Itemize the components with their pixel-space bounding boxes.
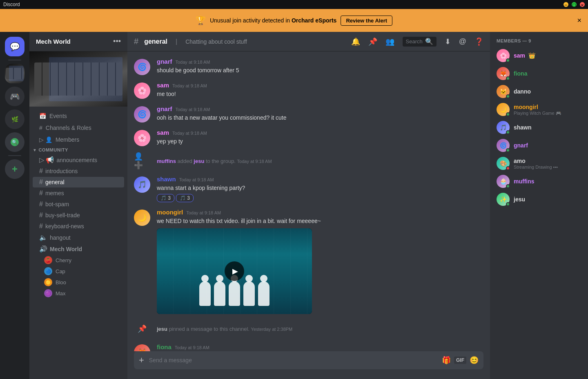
member-amo[interactable]: 🎨 amo Streaming Drawing •••	[493, 154, 585, 172]
download-icon[interactable]: ⬇	[445, 37, 451, 46]
search-box[interactable]: Search 🔍	[403, 37, 437, 47]
msg-text-gnarf-2: ooh is that a new avatar you commissione…	[157, 114, 483, 122]
msg-timestamp-gnarf-1: Today at 9:18 AM	[176, 60, 210, 65]
reaction-2[interactable]: 🎵 3	[176, 194, 194, 202]
gift-icon[interactable]: 🎁	[442, 356, 451, 365]
play-button[interactable]	[225, 261, 244, 281]
channel-name-introductions: introductions	[45, 168, 121, 174]
search-icon: 🔍	[425, 38, 433, 45]
emoji-icon[interactable]: 😊	[470, 356, 479, 365]
add-server-button[interactable]: +	[5, 159, 24, 179]
person-4	[243, 281, 255, 306]
subchannel-bloo[interactable]: 🟡 Bloo	[33, 277, 124, 288]
channel-general[interactable]: # general	[33, 177, 124, 187]
subchannel-cherry[interactable]: 🍒 Cherry	[33, 255, 124, 265]
category-arrow: ▼	[33, 148, 37, 152]
member-fiona[interactable]: 🦊 fiona	[493, 65, 585, 82]
msg-text-gnarf-1: should be good tomorrow after 5	[157, 67, 483, 75]
reaction-1[interactable]: 🎵 3	[157, 194, 174, 202]
general-icon: #	[39, 178, 43, 186]
channel-hangout[interactable]: 🔈 hangout	[33, 232, 124, 243]
fiona-avatar: 🦊	[134, 344, 150, 351]
jesu-pin-mention[interactable]: jesu	[157, 326, 167, 332]
server-icon-s1[interactable]: 🎮	[5, 87, 24, 106]
server-header[interactable]: Mech World •••	[29, 32, 127, 51]
member-shawn[interactable]: 🎵 shawn	[493, 118, 585, 136]
mech-world-category[interactable]: 🔊 Mech World	[33, 243, 124, 254]
search-placeholder: Search	[406, 38, 423, 45]
channel-memes[interactable]: # memes	[33, 188, 124, 198]
channel-name-bot-spam: bot-spam	[45, 201, 121, 207]
jesu-member-info: jesu	[514, 196, 581, 203]
msg-author-gnarf-2[interactable]: gnarf	[157, 105, 172, 112]
channel-keyboard-news[interactable]: # keyboard-news	[33, 221, 124, 232]
alert-banner: 🏆 Unusual join activity detected in Orch…	[0, 9, 588, 32]
msg-author-fiona[interactable]: fiona	[157, 343, 172, 350]
events-item[interactable]: 📅 Events	[33, 110, 124, 122]
members-item[interactable]: ▷ 👤 Members	[33, 134, 124, 145]
muffins-member-info: muffins	[514, 178, 581, 185]
channel-introductions[interactable]: # introductions	[33, 166, 124, 176]
channels-roles-item[interactable]: # Channels & Roles	[33, 122, 124, 134]
alert-close-button[interactable]: ×	[577, 16, 581, 25]
pin-icon[interactable]: 📌	[368, 37, 377, 46]
sam-avatar-2: 🌸	[134, 130, 150, 146]
notifications-icon[interactable]: 🔔	[351, 37, 360, 46]
danno-member-info: danno	[514, 88, 581, 95]
fiona-member-info: fiona	[514, 70, 581, 77]
titlebar-controls: − □ ×	[564, 2, 585, 7]
member-jesu[interactable]: ✨ jesu	[493, 190, 585, 208]
alert-text: Unusual join activity detected in Orchar…	[210, 17, 336, 24]
minimize-button[interactable]: −	[564, 2, 568, 7]
msg-author-sam-1[interactable]: sam	[157, 82, 169, 89]
close-button[interactable]: ×	[580, 2, 585, 7]
svg-text:🔍: 🔍	[12, 139, 18, 145]
jesu-mention[interactable]: jesu	[194, 158, 204, 164]
members-toggle-icon[interactable]: 👥	[385, 37, 394, 46]
subchannel-cap[interactable]: 🔵 Cap	[33, 266, 124, 276]
channel-sidebar: Mech World ••• 📅 Events # Channels & Rol…	[29, 32, 127, 379]
help-icon[interactable]: ❓	[474, 37, 483, 46]
server-icon-home[interactable]: 💬	[5, 37, 24, 56]
gnarf-member-name: gnarf	[514, 142, 528, 149]
channel-bot-spam[interactable]: # bot-spam	[33, 199, 124, 210]
members-header: MEMBERS — 9	[493, 38, 585, 43]
titlebar: Discord − □ ×	[0, 0, 588, 9]
system-message-added: 👤➕ muffins added jesu to the group. Toda…	[134, 153, 483, 169]
member-muffins[interactable]: 🧁 muffins	[493, 172, 585, 190]
msg-author-shawn[interactable]: shawn	[157, 176, 176, 183]
mention-icon[interactable]: @	[459, 37, 466, 46]
channel-announcements[interactable]: ▷ 📢 announcements	[33, 154, 124, 165]
msg-author-gnarf-1[interactable]: gnarf	[157, 58, 172, 65]
message-input-field[interactable]	[149, 357, 439, 363]
message-input-box: + 🎁 GIF 😊	[134, 351, 483, 369]
input-plus-button[interactable]: +	[139, 355, 144, 366]
member-sam[interactable]: 🌸 sam 👑	[493, 47, 585, 65]
sam-avatar-wrap: 🌸	[497, 49, 510, 62]
moongirl-avatar-wrap: 🌙	[497, 103, 510, 116]
member-danno[interactable]: 🐱 danno	[493, 82, 585, 100]
community-category[interactable]: ▼ COMMUNITY	[29, 146, 127, 154]
server-icon-s3[interactable]: 🔍	[5, 132, 24, 152]
message-group-fiona: 🦊 fiona Today at 9:18 AM wait have you s…	[134, 343, 483, 351]
subchannel-max[interactable]: 🟣 Max	[33, 288, 124, 299]
channel-buy-sell-trade[interactable]: # buy-sell-trade	[33, 210, 124, 221]
server-name: Mech World	[36, 38, 71, 45]
muffins-mention[interactable]: muffins	[157, 158, 176, 164]
msg-author-sam-2[interactable]: sam	[157, 129, 169, 136]
gif-button[interactable]: GIF	[454, 357, 466, 364]
member-moongirl[interactable]: 🌙 moongirl Playing Witch Game 🎮	[493, 100, 585, 118]
bloo-label: Bloo	[56, 279, 66, 285]
keyboard-news-icon: #	[39, 223, 43, 230]
review-alert-button[interactable]: Review the Alert	[341, 16, 392, 26]
server-icon-mechworld[interactable]	[5, 64, 24, 83]
server-icon-s2[interactable]: 🌿	[5, 109, 24, 129]
maximize-button[interactable]: □	[572, 2, 577, 7]
max-avatar: 🟣	[44, 289, 52, 297]
messages-container[interactable]: 🌀 gnarf Today at 9:18 AM should be good …	[127, 51, 490, 351]
msg-author-moongirl[interactable]: moongirl	[157, 209, 183, 216]
muffins-avatar-wrap: 🧁	[497, 175, 510, 188]
server-options-button[interactable]: •••	[113, 37, 121, 46]
jesu-member-name: jesu	[514, 196, 525, 203]
member-gnarf[interactable]: 🌀 gnarf	[493, 136, 585, 154]
